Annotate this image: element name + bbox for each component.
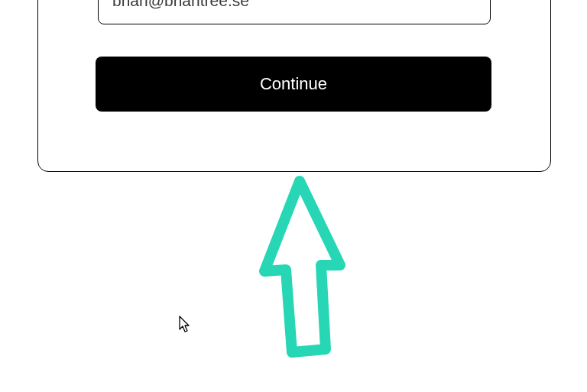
up-arrow-annotation xyxy=(252,175,352,358)
mouse-cursor-icon xyxy=(179,316,191,334)
email-field[interactable] xyxy=(98,0,491,24)
continue-button[interactable]: Continue xyxy=(96,57,491,112)
